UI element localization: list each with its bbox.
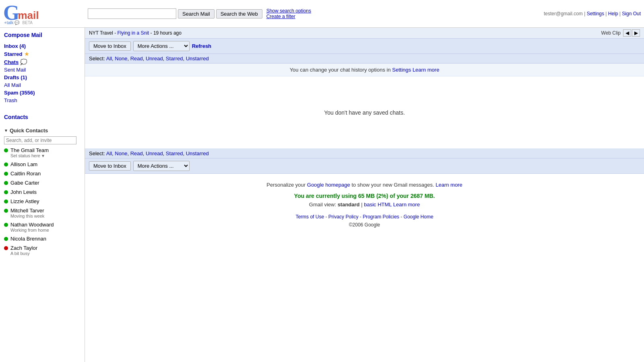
no-saved-chats-message: You don't have any saved chats. (324, 109, 405, 116)
select-label-top: Select: (89, 56, 105, 62)
sidebar-item-drafts[interactable]: Drafts (1) (0, 74, 85, 81)
standard-view-label: standard (338, 202, 360, 208)
quick-contacts-search[interactable] (4, 136, 76, 144)
sidebar-item-trash[interactable]: Trash (0, 97, 85, 104)
webclip-label: Web Clip (601, 30, 621, 36)
learn-more-link-footer1[interactable]: Learn more (436, 182, 462, 188)
list-item[interactable]: Nathan Woodward Working from home (0, 220, 85, 234)
more-actions-select-top[interactable]: More Actions ... (133, 41, 190, 51)
select-unstarred-top[interactable]: Unstarred (186, 56, 209, 62)
list-item[interactable]: Gabe Carter (0, 178, 85, 187)
sidebar-item-sent[interactable]: Sent Mail (0, 66, 85, 74)
online-status-dot (4, 181, 8, 185)
sidebar: Compose Mail Inbox (4) Starred ★ Chats 💭… (0, 28, 85, 362)
program-policies-link[interactable]: Program Policies (363, 214, 399, 220)
list-item[interactable]: Lizzie Astley (0, 197, 85, 206)
contact-name: Zach Taylor (10, 245, 80, 251)
copyright: ©2006 Google (89, 222, 640, 228)
chat-bubble-icon: 💭 (20, 59, 27, 65)
sidebar-item-starred[interactable]: Starred (4, 51, 23, 57)
sidebar-item-chats[interactable]: Chats (4, 59, 19, 65)
learn-more-link-top[interactable]: Learn more (413, 67, 439, 73)
select-unstarred-bottom[interactable]: Unstarred (186, 150, 209, 156)
list-item[interactable]: Allison Lam (0, 160, 85, 169)
contact-name: Nathan Woodward (10, 222, 80, 228)
move-to-inbox-button-top[interactable]: Move to Inbox (89, 41, 131, 51)
webclip-title-link[interactable]: Flying in a Snit (117, 30, 149, 36)
select-starred-bottom[interactable]: Starred (166, 150, 183, 156)
move-to-inbox-button-bottom[interactable]: Move to Inbox (89, 161, 131, 171)
select-label-bottom: Select: (89, 150, 105, 156)
help-link[interactable]: Help (608, 11, 618, 16)
search-web-button[interactable]: Search the Web (216, 9, 262, 19)
topbar: G mail +talk 💬 BETA Search Mail Search t… (0, 0, 644, 28)
search-input[interactable] (88, 8, 176, 19)
info-bar-text: You can change your chat history options… (290, 67, 391, 73)
refresh-link[interactable]: Refresh (192, 43, 211, 49)
search-mail-button[interactable]: Search Mail (178, 9, 215, 19)
select-read-top[interactable]: Read (130, 56, 143, 62)
contact-name: Lizzie Astley (10, 198, 80, 204)
online-status-dot (4, 190, 8, 194)
contact-status: A bit busy (10, 251, 80, 256)
online-status-dot (4, 209, 8, 213)
google-home-link[interactable]: Google Home (404, 214, 433, 220)
online-status-dot (4, 162, 8, 167)
talk-bubble-icon: 💬 (14, 21, 19, 25)
online-status-dot (4, 237, 8, 241)
footer-links: Terms of Use - Privacy Policy - Program … (89, 214, 640, 220)
set-status-label: Set status here (10, 153, 40, 158)
bottom-select-bar: Select: All, None, Read, Unread, Starred… (85, 149, 644, 158)
personalize-line: Personalize your Google homepage to show… (89, 182, 640, 188)
more-actions-select-bottom[interactable]: More Actions ... (133, 161, 190, 171)
terms-link[interactable]: Terms of Use (295, 214, 324, 220)
compose-mail-link[interactable]: Compose Mail (0, 30, 85, 42)
show-search-options-link[interactable]: Show search options (266, 8, 311, 14)
list-item[interactable]: Mitchell Tarver Moving this week (0, 206, 85, 220)
contact-status: Working from home (10, 228, 80, 232)
chat-history-info-bar: You can change your chat history options… (85, 64, 644, 76)
list-item[interactable]: Zach Taylor A bit busy (0, 243, 85, 257)
webclip-prev-button[interactable]: ◀ (623, 29, 631, 37)
settings-link[interactable]: Settings (587, 11, 604, 16)
webclip-nav: Web Clip ◀ ▶ (601, 29, 640, 37)
list-item[interactable]: Caitlin Roran (0, 169, 85, 178)
star-icon: ★ (24, 51, 29, 57)
contact-name: Nicola Brennan (10, 236, 80, 242)
select-unread-bottom[interactable]: Unread (146, 150, 163, 156)
search-options-area: Show search options Create a filter (266, 8, 311, 19)
main-layout: Compose Mail Inbox (4) Starred ★ Chats 💭… (0, 28, 644, 362)
webclip-next-button[interactable]: ▶ (632, 29, 640, 37)
select-none-top[interactable]: None (115, 56, 127, 62)
create-filter-link[interactable]: Create a filter (266, 14, 311, 19)
select-read-bottom[interactable]: Read (130, 150, 143, 156)
select-starred-top[interactable]: Starred (166, 56, 183, 62)
status-dropdown-arrow[interactable]: ▼ (41, 154, 45, 158)
logo-beta: BETA (23, 21, 33, 25)
set-status-area: Set status here ▼ (10, 153, 80, 158)
contacts-link[interactable]: Contacts (0, 112, 85, 122)
sidebar-item-spam[interactable]: Spam (3556) (0, 89, 85, 97)
quick-contacts-header[interactable]: ▼ Quick Contacts (0, 126, 85, 135)
sidebar-item-inbox[interactable]: Inbox (4) (0, 42, 85, 50)
contacts-list: Allison Lam Caitlin Roran Gabe Carter Jo… (0, 160, 85, 257)
list-item[interactable]: John Lewis (0, 187, 85, 197)
privacy-link[interactable]: Privacy Policy (328, 214, 359, 220)
gmail-view-label: Gmail view: (309, 202, 336, 208)
select-all-bottom[interactable]: All (106, 150, 112, 156)
settings-link-infobar[interactable]: Settings (392, 67, 411, 73)
gmail-team-item[interactable]: The Gmail Team Set status here ▼ (0, 146, 85, 160)
signout-link[interactable]: Sign Out (622, 11, 641, 16)
learn-more-link-footer2[interactable]: Learn more (393, 202, 420, 208)
list-item[interactable]: Nicola Brennan (0, 234, 85, 243)
google-homepage-link[interactable]: Google homepage (307, 182, 350, 188)
select-all-top[interactable]: All (106, 56, 112, 62)
bottom-toolbar: Move to Inbox More Actions ... (85, 158, 644, 174)
user-email: tester@gmail.com (544, 11, 583, 16)
webclip-time: - 19 hours ago (151, 30, 182, 36)
basic-html-link[interactable]: basic HTML (364, 202, 392, 208)
select-none-bottom[interactable]: None (115, 150, 127, 156)
sidebar-item-all-mail[interactable]: All Mail (0, 81, 85, 89)
busy-status-dot (4, 246, 8, 250)
select-unread-top[interactable]: Unread (146, 56, 163, 62)
